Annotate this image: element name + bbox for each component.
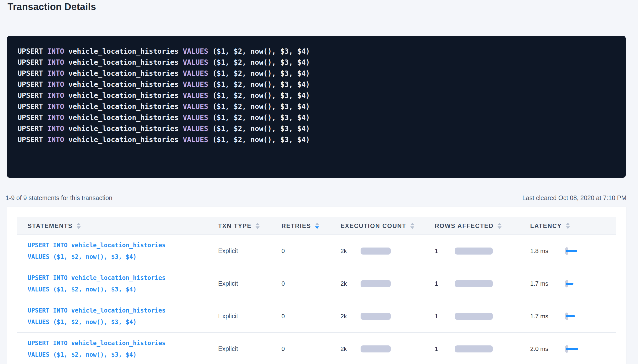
rows-affected-cell: 1: [435, 300, 529, 332]
sql-keyword-into: INTO: [47, 113, 68, 122]
sort-arrows-icon[interactable]: [315, 223, 319, 229]
txn-type-cell: Explicit: [214, 235, 278, 267]
rows-affected-bar: [455, 248, 493, 255]
sql-args: ($1, $2, now(), $3, $4): [212, 125, 310, 133]
sql-args: ($1, $2, now(), $3, $4): [212, 80, 310, 89]
rows-affected-value: 1: [435, 280, 438, 287]
sort-arrows-icon[interactable]: [77, 223, 81, 229]
latency-cell: 1.7 ms: [529, 267, 616, 300]
sql-table-name: vehicle_location_histories: [68, 47, 183, 55]
table-row: UPSERT INTO vehicle_location_histories V…: [17, 333, 616, 364]
txn-type-cell: Explicit: [214, 267, 278, 300]
sql-keyword-values: VALUES: [183, 125, 212, 133]
rows-affected-cell: 1: [435, 267, 529, 300]
column-header-label: TXN TYPE: [218, 222, 252, 229]
table-summary-row: 1-9 of 9 statements for this transaction…: [6, 194, 626, 202]
column-header-rows-affected[interactable]: ROWS AFFECTED: [435, 217, 529, 234]
statement-line-1: UPSERT INTO vehicle_location_histories: [28, 337, 166, 349]
statement-line-1: UPSERT INTO vehicle_location_histories: [28, 239, 166, 251]
statement-link[interactable]: UPSERT INTO vehicle_location_histories V…: [28, 337, 166, 360]
sort-desc-icon: [498, 226, 502, 229]
execution-count-bar: [361, 280, 391, 287]
statement-link[interactable]: UPSERT INTO vehicle_location_histories V…: [28, 305, 166, 328]
sql-args: ($1, $2, now(), $3, $4): [212, 113, 310, 122]
sql-line: UPSERT INTO vehicle_location_histories V…: [18, 46, 615, 57]
sort-arrows-icon[interactable]: [498, 223, 502, 229]
sql-keyword-values: VALUES: [183, 91, 212, 100]
latency-cell: 2.0 ms: [529, 333, 616, 364]
sql-keyword-values: VALUES: [183, 47, 212, 55]
sql-line: UPSERT INTO vehicle_location_histories V…: [18, 90, 615, 101]
sql-keyword-into: INTO: [47, 102, 68, 111]
execution-count-value: 2k: [340, 345, 347, 352]
rows-affected-cell: 1: [435, 235, 529, 267]
execution-count-cell: 2k: [340, 333, 435, 364]
sql-keyword-upsert: UPSERT: [18, 102, 47, 111]
sort-asc-icon: [77, 223, 81, 225]
sql-keyword-into: INTO: [47, 58, 68, 67]
table-row: UPSERT INTO vehicle_location_histories V…: [17, 300, 616, 333]
sql-table-name: vehicle_location_histories: [68, 91, 183, 100]
sql-keyword-upsert: UPSERT: [18, 136, 47, 144]
column-header-txn-type[interactable]: TXN TYPE: [214, 217, 278, 234]
statement-link[interactable]: UPSERT INTO vehicle_location_histories V…: [28, 272, 166, 295]
sql-line: UPSERT INTO vehicle_location_histories V…: [18, 101, 615, 112]
sql-keyword-upsert: UPSERT: [18, 69, 47, 78]
sort-asc-icon: [498, 223, 502, 225]
sql-line: UPSERT INTO vehicle_location_histories V…: [18, 112, 615, 123]
sql-args: ($1, $2, now(), $3, $4): [212, 102, 310, 111]
execution-count-value: 2k: [340, 280, 347, 287]
sql-keyword-values: VALUES: [183, 136, 212, 144]
sql-keyword-into: INTO: [47, 47, 68, 55]
sql-args: ($1, $2, now(), $3, $4): [212, 69, 310, 78]
latency-bar: [566, 315, 575, 317]
statement-line-2: VALUES ($1, $2, now(), $3, $4): [28, 284, 166, 295]
sql-keyword-upsert: UPSERT: [18, 91, 47, 100]
retries-cell: 0: [278, 235, 340, 267]
table-row: UPSERT INTO vehicle_location_histories V…: [17, 235, 616, 267]
sql-keyword-into: INTO: [47, 80, 68, 89]
statement-cell: UPSERT INTO vehicle_location_histories V…: [17, 333, 214, 364]
table-body: UPSERT INTO vehicle_location_histories V…: [17, 235, 616, 364]
execution-count-cell: 2k: [340, 300, 435, 332]
sort-asc-icon: [566, 223, 570, 225]
execution-count-value: 2k: [340, 313, 347, 320]
sql-table-name: vehicle_location_histories: [68, 58, 183, 67]
latency-value: 1.7 ms: [530, 313, 548, 320]
rows-affected-bar: [455, 280, 493, 287]
rows-affected-cell: 1: [435, 333, 529, 364]
statements-table-card: STATEMENTS TXN TYPE RETRIES EXECUTION CO…: [7, 207, 626, 364]
retries-cell: 0: [278, 333, 340, 364]
column-header-label: RETRIES: [281, 222, 311, 229]
table-header-row: STATEMENTS TXN TYPE RETRIES EXECUTION CO…: [17, 217, 616, 235]
last-cleared-text: Last cleared Oct 08, 2020 at 7:10 PM: [522, 194, 626, 202]
sort-arrows-icon[interactable]: [256, 223, 260, 229]
latency-bar: [566, 250, 577, 252]
sql-keyword-values: VALUES: [183, 113, 212, 122]
latency-bar: [566, 283, 573, 285]
column-header-execution-count[interactable]: EXECUTION COUNT: [340, 217, 435, 234]
execution-count-bar: [361, 345, 391, 352]
column-header-retries[interactable]: RETRIES: [278, 217, 340, 234]
latency-value: 2.0 ms: [530, 345, 548, 352]
retries-cell: 0: [278, 267, 340, 300]
sql-statements-box: UPSERT INTO vehicle_location_histories V…: [7, 36, 626, 178]
statement-link[interactable]: UPSERT INTO vehicle_location_histories V…: [28, 239, 166, 263]
sql-table-name: vehicle_location_histories: [68, 80, 183, 89]
table-row: UPSERT INTO vehicle_location_histories V…: [17, 267, 616, 300]
sql-args: ($1, $2, now(), $3, $4): [212, 136, 310, 144]
latency-cell: 1.8 ms: [529, 235, 616, 267]
sql-keyword-values: VALUES: [183, 58, 212, 67]
statement-line-2: VALUES ($1, $2, now(), $3, $4): [28, 251, 166, 263]
sort-arrows-icon[interactable]: [410, 223, 414, 229]
statement-line-1: UPSERT INTO vehicle_location_histories: [28, 305, 166, 316]
latency-value: 1.7 ms: [530, 280, 548, 287]
sql-args: ($1, $2, now(), $3, $4): [212, 47, 310, 55]
column-header-statements[interactable]: STATEMENTS: [17, 217, 214, 234]
sql-keyword-upsert: UPSERT: [18, 80, 47, 89]
sql-table-name: vehicle_location_histories: [68, 102, 183, 111]
column-header-latency[interactable]: LATENCY: [529, 217, 616, 234]
execution-count-bar: [361, 313, 391, 320]
sort-arrows-icon[interactable]: [566, 223, 570, 229]
sql-table-name: vehicle_location_histories: [68, 69, 183, 78]
